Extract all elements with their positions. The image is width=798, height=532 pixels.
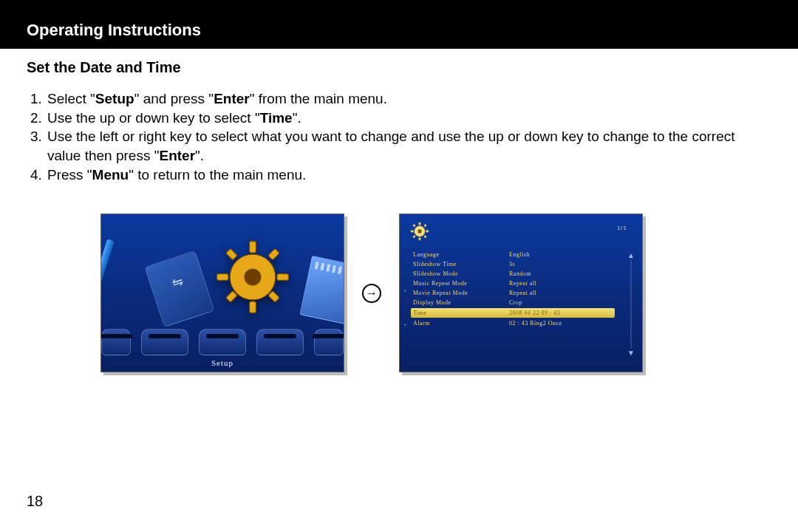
arrow-right-icon: → — [362, 284, 381, 303]
step-4: Press "Menu" to return to the main menu. — [46, 166, 771, 185]
setting-row-music-repeat: Music Repeat ModeRepeat all — [413, 279, 613, 288]
svg-rect-12 — [419, 238, 420, 241]
setting-row-display-mode: Display ModeCrop — [413, 298, 613, 307]
header-bar: Operating Instructions — [0, 0, 798, 49]
instruction-steps: Select "Setup" and press "Enter" from th… — [30, 89, 771, 184]
setup-label: Setup — [211, 358, 233, 367]
dock-slot-setup — [199, 329, 246, 355]
page-number: 18 — [27, 493, 43, 510]
svg-point-9 — [245, 269, 261, 285]
menu-dock — [101, 329, 344, 355]
dock-slot — [256, 329, 304, 355]
setting-row-language: LanguageEnglish — [413, 250, 613, 259]
chevron-up-icon: ▲ — [627, 251, 635, 259]
svg-rect-15 — [413, 224, 416, 227]
step-2: Use the up or down key to select "Time". — [46, 109, 771, 128]
figures-row: Setup → — [100, 214, 771, 372]
svg-rect-17 — [424, 224, 427, 227]
setting-row-alarm: Alarm02 : 43 Ring2 Once — [413, 318, 613, 328]
content-area: Set the Date and Time Select "Setup" and… — [0, 49, 798, 372]
dock-slot — [314, 329, 344, 355]
step-1: Select "Setup" and press "Enter" from th… — [46, 89, 771, 109]
setting-row-slideshow-time: Slideshow Time3s — [413, 259, 613, 269]
svg-rect-14 — [426, 231, 429, 232]
gear-icon — [409, 220, 431, 242]
dock-slot — [141, 329, 188, 355]
setting-row-time: Time2008 04 22 09 : 43 — [411, 308, 615, 318]
scroll-indicator: ▲ ▼ — [624, 251, 638, 357]
setting-row-movie-repeat: Movie Repeat ModeRepeat all — [413, 288, 613, 298]
calendar-icon — [299, 256, 344, 326]
chevron-down-icon: ▼ — [627, 349, 635, 357]
svg-rect-2 — [250, 301, 256, 313]
section-heading: Set the Date and Time — [27, 59, 771, 76]
svg-rect-13 — [411, 231, 414, 232]
svg-rect-1 — [250, 242, 256, 253]
settings-list: LanguageEnglish Slideshow Time3s Slidesh… — [413, 250, 613, 328]
svg-point-19 — [417, 230, 421, 233]
setting-row-slideshow-mode: Slideshow ModeRandom — [413, 269, 613, 279]
svg-rect-11 — [419, 222, 420, 225]
gear-icon — [212, 236, 293, 318]
dock-slot — [101, 329, 131, 355]
screenshot-settings: 1/1 ‹‹ LanguageEnglish Slideshow Time3s … — [399, 214, 643, 372]
svg-rect-5 — [226, 249, 238, 261]
pen-icon — [100, 239, 150, 330]
usb-icon — [144, 250, 214, 327]
svg-rect-4 — [277, 274, 288, 281]
svg-rect-7 — [268, 249, 280, 261]
svg-rect-16 — [424, 235, 427, 238]
page-title: Operating Instructions — [27, 21, 771, 40]
svg-rect-3 — [217, 274, 228, 281]
page-indicator: 1/1 — [617, 225, 627, 231]
step-3: Use the left or right key to select what… — [46, 127, 771, 165]
screenshot-main-menu: Setup — [100, 214, 344, 372]
svg-rect-18 — [413, 235, 416, 238]
